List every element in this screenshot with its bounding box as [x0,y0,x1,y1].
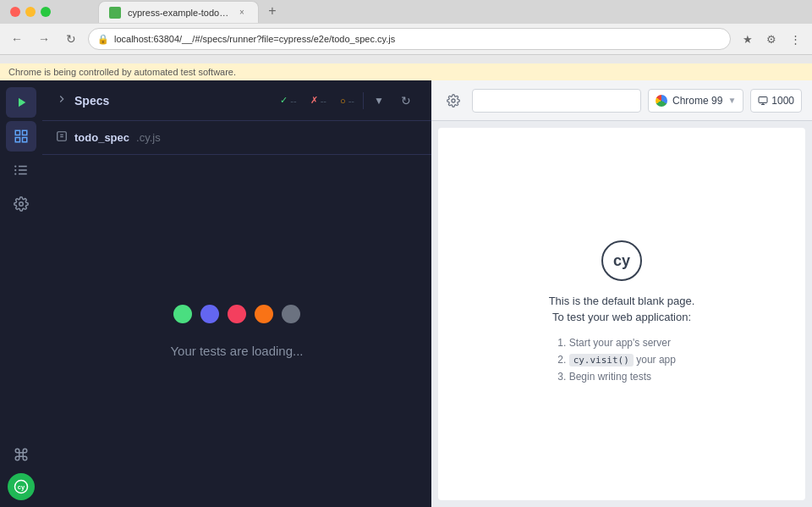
runner-toolbar: ✓ -- ✗ -- ○ -- ▼ ↻ [275,89,418,113]
chrome-icon [656,95,667,107]
loading-area: Your tests are loading... [42,155,431,507]
spec-file-icon [56,130,68,145]
pass-count: -- [290,96,296,106]
svg-point-10 [19,202,24,207]
blank-page: cy This is the default blank page. To te… [549,240,695,388]
blank-step-3: Begin writing tests [569,371,695,383]
visit-badge: cy.visit() [569,354,634,366]
blank-step-2-suffix: your app [636,354,676,366]
sidebar-item-commands[interactable] [6,155,36,185]
runner-header: Specs ✓ -- ✗ -- ○ -- ▼ ↻ [42,80,431,121]
loading-text: Your tests are loading... [170,344,303,358]
pending-count: -- [348,96,354,106]
tab-close-button[interactable]: × [236,7,248,19]
loader-dot-gray [282,305,300,323]
close-button[interactable] [10,7,20,17]
preview-settings-button[interactable] [442,89,465,113]
loader-dot-red [228,305,246,323]
loader-dot-green [173,305,192,323]
loader-dot-orange [255,305,273,323]
back-button[interactable]: ← [7,29,27,49]
new-tab-button[interactable]: + [262,1,283,21]
svg-rect-0 [15,130,19,135]
address-bar-row: ← → ↻ 🔒 localhost:63804/__/#/specs/runne… [0,24,812,55]
dot-loader [173,305,300,323]
sidebar-item-shortcuts[interactable] [6,439,36,470]
runner-panel: Specs ✓ -- ✗ -- ○ -- ▼ ↻ [42,80,431,507]
specs-title: Specs [74,94,109,107]
forward-button[interactable]: → [34,29,54,49]
svg-rect-1 [23,130,27,135]
browser-tab[interactable]: cypress-example-todomvc × [98,1,259,23]
browser-dropdown-icon: ▼ [727,96,736,105]
loader-dot-blue [200,305,219,323]
more-icon[interactable]: ⋮ [785,29,805,49]
cypress-blank-logo: cy [601,240,642,281]
svg-point-16 [452,99,455,102]
svg-rect-3 [15,138,19,142]
pass-stat: ✓ -- [275,93,301,107]
toolbar-divider [363,92,364,109]
blank-step-1: Start your app's server [569,337,695,349]
spec-extension: .cy.js [136,131,161,144]
sidebar-item-settings[interactable] [6,189,36,219]
browser-chrome: cypress-example-todomvc × + ← → ↻ 🔒 loca… [0,0,812,63]
sidebar-item-selector[interactable] [6,121,36,152]
tab-favicon [109,7,121,19]
info-bar-text: Chrome is being controlled by automated … [8,67,236,77]
blank-page-title: This is the default blank page. [549,295,695,307]
app-container: cy Specs ✓ -- ✗ -- ○ -- [0,80,812,507]
svg-text:cy: cy [18,483,25,491]
blank-page-subtitle: To test your web application: [549,311,695,323]
preview-toolbar: Chrome 99 ▼ 1000 [431,80,812,121]
viewport-label: 1000 [771,95,794,107]
url-text: localhost:63804/__/#/specs/runner?file=c… [114,34,721,44]
title-bar: cypress-example-todomvc × + [0,0,812,24]
viewport-button[interactable]: 1000 [750,89,802,113]
fail-stat: ✗ -- [305,93,332,107]
browser-selector[interactable]: Chrome 99 ▼ [648,89,743,113]
browser-toolbar-icons: ★ ⚙ ⋮ [738,29,805,49]
reload-button[interactable]: ↻ [61,29,81,49]
preview-pane: Chrome 99 ▼ 1000 cy This is the default … [431,80,812,507]
svg-rect-17 [759,96,767,102]
spec-row: todo_spec.cy.js [42,121,431,155]
pending-stat: ○ -- [335,94,359,107]
reload-tests-button[interactable]: ↻ [394,89,418,113]
tab-title: cypress-example-todomvc [128,8,229,18]
sidebar-item-runner[interactable] [6,87,36,118]
specs-icon [56,93,68,107]
profile-icon[interactable]: ⚙ [761,29,782,49]
address-bar[interactable]: 🔒 localhost:63804/__/#/specs/runner?file… [88,28,731,50]
traffic-lights [10,7,51,17]
browser-label: Chrome 99 [672,95,722,107]
dropdown-button[interactable]: ▼ [367,89,391,113]
bookmark-icon[interactable]: ★ [738,29,758,49]
svg-rect-2 [23,138,27,142]
cypress-logo[interactable]: cy [8,473,35,500]
minimize-button[interactable] [25,7,36,17]
fail-count: -- [321,96,326,106]
icon-sidebar: cy [0,80,42,507]
blank-step-2: cy.visit() your app [569,354,695,366]
maximize-button[interactable] [41,7,51,17]
info-bar: Chrome is being controlled by automated … [0,63,812,80]
preview-content: cy This is the default blank page. To te… [438,128,805,500]
preview-url-input[interactable] [472,89,641,113]
spec-filename: todo_spec [74,131,129,144]
